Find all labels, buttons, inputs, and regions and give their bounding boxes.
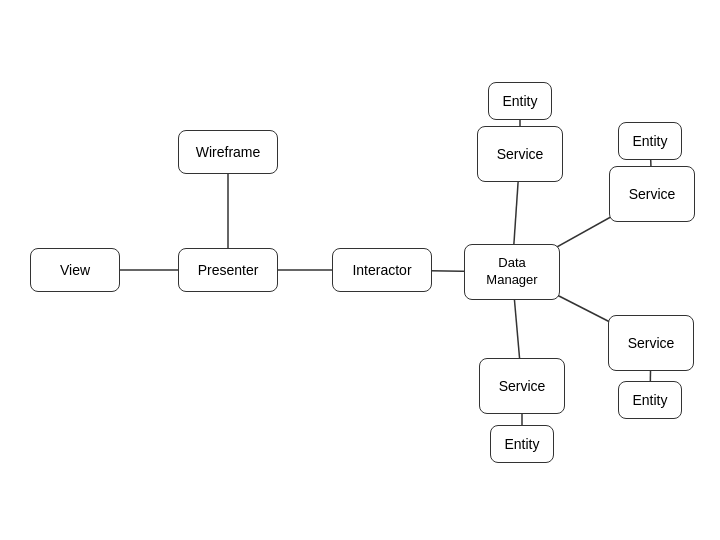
node-service2: Service: [609, 166, 695, 222]
node-datamanager: DataManager: [464, 244, 560, 300]
node-entity1: Entity: [488, 82, 552, 120]
diagram-container: ViewPresenterWireframeInteractorDataMana…: [0, 0, 720, 540]
node-interactor: Interactor: [332, 248, 432, 292]
node-entity2: Entity: [618, 122, 682, 160]
node-entity3: Entity: [618, 381, 682, 419]
node-service1: Service: [477, 126, 563, 182]
node-view: View: [30, 248, 120, 292]
node-entity4: Entity: [490, 425, 554, 463]
node-presenter: Presenter: [178, 248, 278, 292]
node-wireframe: Wireframe: [178, 130, 278, 174]
node-service3: Service: [608, 315, 694, 371]
node-service4: Service: [479, 358, 565, 414]
